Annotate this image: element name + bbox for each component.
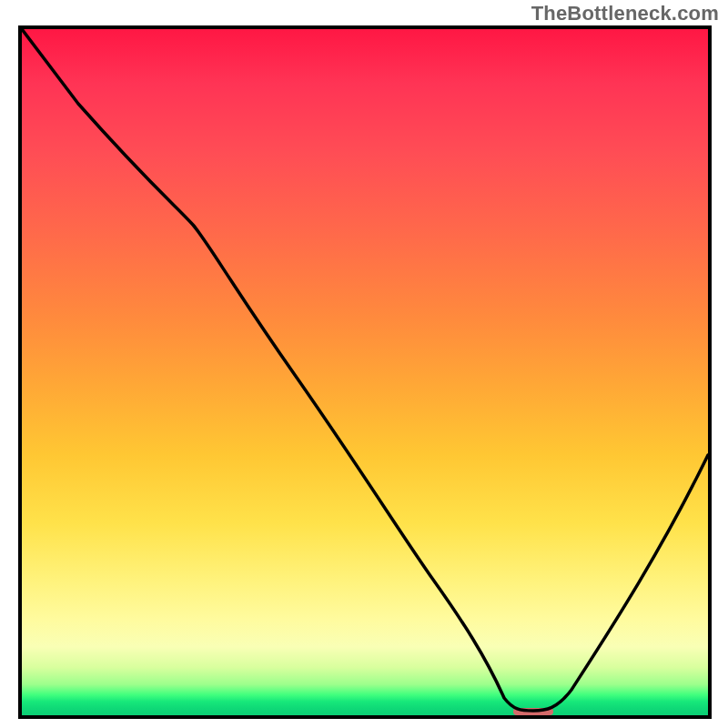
chart-container: TheBottleneck.com — [0, 0, 728, 728]
curve-layer — [22, 29, 708, 715]
curve-path — [22, 29, 708, 711]
plot-area — [18, 25, 712, 719]
watermark-text: TheBottleneck.com — [531, 2, 719, 25]
